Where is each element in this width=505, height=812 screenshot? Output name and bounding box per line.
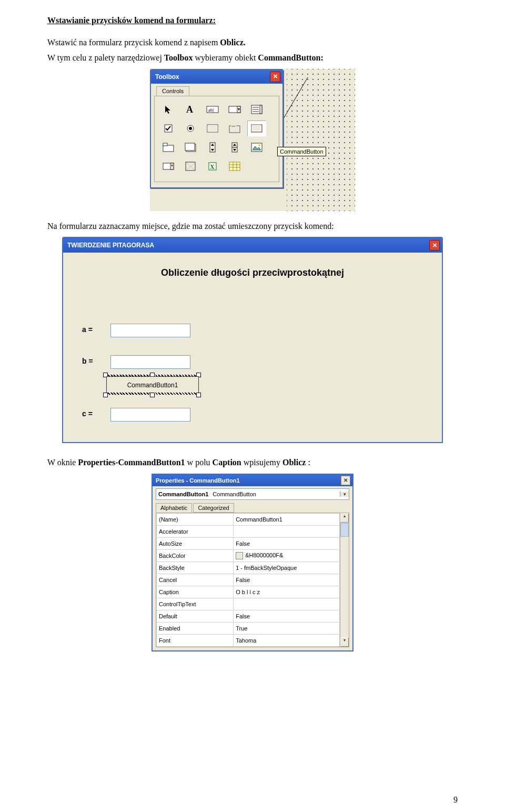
form-designer-grid [287,69,355,211]
checkbox-icon[interactable] [159,121,178,136]
property-value[interactable]: CommandButton1 [234,513,340,525]
property-value[interactable] [234,598,340,610]
p3-b2: Caption [213,458,241,467]
property-name: BackColor [157,549,234,562]
section-heading: Wstawianie przycisków komend na formular… [47,15,458,26]
image-icon[interactable] [247,139,266,155]
commandbutton-icon[interactable] [247,121,266,136]
toolbox-tab-controls[interactable]: Controls [156,86,189,96]
svg-text:X: X [210,163,215,171]
property-row[interactable]: BackColor&H8000000F& [157,549,340,562]
tabstrip-icon[interactable] [159,139,178,155]
toolbox-title-text: Toolbox [155,73,179,81]
property-value[interactable]: False [234,537,340,549]
scrollbar-icon[interactable] [203,139,222,155]
textbox-b[interactable] [110,355,190,369]
unknown-control-icon[interactable] [181,158,200,174]
userform-titlebar: TWIERDZENIE PITAGORASA ✕ [63,238,442,253]
property-value[interactable]: O b l i c z [234,586,340,598]
property-value[interactable]: False [234,610,340,622]
color-swatch-icon [236,552,243,559]
textbox-a[interactable] [110,324,190,337]
close-icon[interactable]: ✕ [429,240,440,250]
refedit-icon[interactable] [159,158,178,174]
togglebutton-icon[interactable] [203,121,222,136]
userform-window: TWIERDZENIE PITAGORASA ✕ Obliczenie dług… [62,237,443,443]
svg-rect-34 [251,143,262,152]
optionbutton-icon[interactable] [181,121,200,136]
property-name: (Name) [157,513,234,525]
property-name: Default [157,610,234,622]
p3-b3: Oblicz [282,458,306,467]
property-row[interactable]: Accelerator [157,525,340,537]
svg-rect-16 [207,125,218,132]
tab-categorized[interactable]: Categorized [193,503,234,513]
p3-b1: Properties-CommandButton1 [78,458,185,467]
label-a: a = [81,325,94,334]
spinbutton-icon[interactable] [225,139,244,155]
svg-rect-43 [229,162,240,171]
svg-text:xvz: xvz [231,125,236,127]
para-properties: W oknie Properties-CommandButton1 w polu… [47,457,458,468]
label-icon[interactable]: A [181,102,200,117]
chevron-down-icon[interactable]: ▾ [340,492,349,497]
property-value[interactable]: 1 - fmBackStyleOpaque [234,562,340,574]
svg-rect-24 [163,143,167,146]
empty-slot [247,158,266,174]
intro-p2-b2: CommandButton: [258,53,323,62]
combo-object-type: CommandButton [210,491,340,497]
page-number: 9 [453,795,458,805]
para-placement: Na formularzu zaznaczamy miejsce, gdzie … [47,220,458,232]
property-value[interactable] [234,525,340,537]
property-row[interactable]: (Name)CommandButton1 [157,513,340,525]
scroll-up-icon[interactable]: ▴ [340,513,349,523]
property-row[interactable]: DefaultFalse [157,610,340,622]
object-selector-combo[interactable]: CommandButton1 CommandButton ▾ [156,488,349,500]
scroll-down-icon[interactable]: ▾ [340,637,349,647]
p3-mid: w polu [185,458,213,467]
intro-p2-pre: W tym celu z palety narzędziowej [47,53,164,62]
property-row[interactable]: EnabledTrue [157,622,340,634]
close-icon[interactable]: ✕ [341,476,350,485]
property-row[interactable]: BackStyle1 - fmBackStyleOpaque [157,562,340,574]
property-value[interactable]: Tahoma [234,634,340,646]
property-name: BackStyle [157,562,234,574]
property-row[interactable]: CaptionO b l i c z [157,586,340,598]
property-name: AutoSize [157,537,234,549]
p3-end: : [306,458,310,467]
intro-p1-bold: Oblicz. [220,38,245,47]
excel-control-icon[interactable]: X [203,158,222,174]
commandbutton-tooltip: CommandButton [277,147,326,156]
intro-para2: W tym celu z palety narzędziowej Toolbox… [47,52,458,64]
property-value[interactable]: True [234,622,340,634]
property-value[interactable]: &H8000000F& [234,549,340,562]
spreadsheet-control-icon[interactable] [225,158,244,174]
close-icon[interactable]: ✕ [270,72,280,82]
scroll-thumb[interactable] [340,523,349,537]
properties-scrollbar[interactable]: ▴ ▾ [340,513,349,647]
property-row[interactable]: CancelFalse [157,574,340,586]
commandbutton1[interactable]: CommandButton1 [106,376,199,394]
textbox-c[interactable] [110,408,190,422]
property-row[interactable]: ControlTipText [157,598,340,610]
svg-point-15 [189,127,192,130]
textbox-icon[interactable]: ab| [203,102,222,117]
multipage-icon[interactable] [181,139,200,155]
property-value[interactable]: False [234,574,340,586]
property-row[interactable]: AutoSizeFalse [157,537,340,549]
tab-alphabetic[interactable]: Alphabetic [156,503,192,513]
combobox-icon[interactable] [225,102,244,117]
property-name: Accelerator [157,525,234,537]
intro-p1-pre: Wstawić na formularz przycisk komend z n… [47,38,220,47]
intro-p2-mid: wybieramy obiekt [193,53,258,62]
properties-title-text: Properties - CommandButton1 [156,477,240,484]
pointer-icon[interactable] [159,102,178,117]
toolbox-figure: Toolbox ✕ Controls A ab| [150,69,355,211]
p3-pre: W oknie [47,458,78,467]
frame-icon[interactable]: xvz [225,121,244,136]
properties-tabs: Alphabetic Categorized [156,503,349,513]
listbox-icon[interactable] [247,102,266,117]
property-row[interactable]: FontTahoma [157,634,340,646]
properties-titlebar: Properties - CommandButton1 ✕ [153,475,352,486]
p3-mid2: wpisujemy [241,458,282,467]
